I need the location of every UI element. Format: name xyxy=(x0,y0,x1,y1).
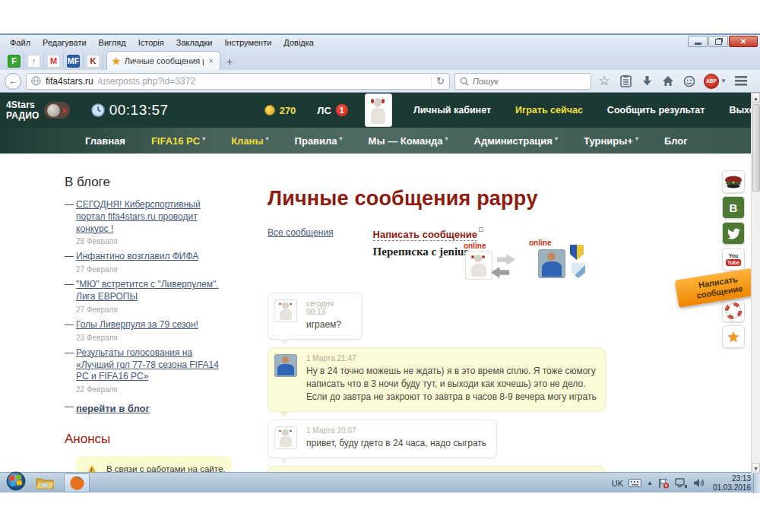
message-author-avatar[interactable] xyxy=(274,299,297,322)
start-button[interactable] xyxy=(6,471,26,494)
restore-button[interactable] xyxy=(708,36,728,47)
nav-item[interactable]: Правила▾ xyxy=(295,135,343,147)
clock-time: 00:13:57 xyxy=(109,102,169,119)
bookmarks-panel-icon[interactable] xyxy=(617,75,634,87)
search-box[interactable] xyxy=(454,73,591,90)
favorites-star-icon[interactable]: ★ xyxy=(722,325,745,348)
bookmark-star-icon[interactable]: ☆ xyxy=(596,73,613,89)
menu-item[interactable]: Історія xyxy=(133,37,169,48)
radio-label: 4Stars РАДИО xyxy=(6,100,40,121)
message-list: сегодня 00:13 играем? 1 Марта 21:47 Ну в… xyxy=(268,293,610,473)
pinned-tab[interactable]: F xyxy=(5,52,24,69)
vk-icon[interactable]: В xyxy=(722,196,745,219)
new-tab-button[interactable]: + xyxy=(220,55,240,70)
site-header: 4Stars РАДИО x 00:13:57 270 xyxy=(0,93,751,128)
youtube-icon[interactable]: You Tube xyxy=(722,248,745,271)
scrollbar-thumb[interactable] xyxy=(752,104,760,192)
keyboard-icon[interactable] xyxy=(629,479,641,487)
pm-label: ЛС xyxy=(317,105,331,116)
menu-item[interactable]: Довідка xyxy=(278,37,319,48)
minimize-button[interactable] xyxy=(688,36,708,47)
nav-item[interactable]: Главная▾ xyxy=(85,135,125,147)
blog-post-link[interactable]: Результаты голосования на «Лучший гол 77… xyxy=(76,347,228,383)
page-title: Личные сообщения pappy xyxy=(268,187,610,211)
star-glyph: ★ xyxy=(727,328,739,346)
blog-post-link[interactable]: Голы Ливерпуля за 79 сезон! xyxy=(76,319,228,331)
menu-item[interactable]: Закладки xyxy=(171,37,218,48)
hamburger-menu-icon[interactable] xyxy=(733,76,749,86)
twitter-icon[interactable] xyxy=(722,222,745,245)
all-messages-link[interactable]: Все сообщения xyxy=(268,227,334,238)
adblock-caret-icon: ▼ xyxy=(720,78,727,84)
private-messages[interactable]: ЛС 1 xyxy=(317,104,348,116)
blog-post-link[interactable]: "МЮ" встретится с "Ливерпулем". Лига ЕВР… xyxy=(76,279,228,303)
reload-icon[interactable]: ↻ xyxy=(431,75,445,87)
tab-close-icon[interactable]: × xyxy=(207,56,215,65)
pappy-avatar[interactable] xyxy=(465,251,492,280)
pinned-tab[interactable]: ↑ xyxy=(24,52,44,69)
radio-stop-icon[interactable]: x xyxy=(62,106,67,115)
user-avatar[interactable] xyxy=(365,93,392,127)
jenius-avatar[interactable] xyxy=(538,249,565,278)
write-message-link[interactable]: Написать сообщение xyxy=(373,229,477,241)
menu-item[interactable]: Редагувати xyxy=(37,37,92,48)
menu-item[interactable]: Інструменти xyxy=(219,37,277,48)
language-indicator[interactable]: UK xyxy=(612,479,623,488)
firefox-taskbar-icon[interactable] xyxy=(64,473,90,492)
nav-item[interactable]: FIFA16 PC▾ xyxy=(151,135,205,147)
menu-item[interactable]: Файл xyxy=(5,37,36,48)
nav-item[interactable]: Блог▾ xyxy=(664,135,688,147)
feedback-smiley-icon[interactable] xyxy=(681,75,698,87)
nav-item[interactable]: Кланы▾ xyxy=(231,135,268,147)
minimize-icon xyxy=(695,43,701,45)
scroll-down-icon[interactable]: ▼ xyxy=(752,463,760,473)
menu-item[interactable]: Вигляд xyxy=(93,37,131,48)
nav-item-label: Мы — Команда xyxy=(369,135,443,147)
header-link[interactable]: Сообщить результат xyxy=(607,105,705,116)
header-link[interactable]: Личный кабинет xyxy=(413,105,491,116)
message-text: играем? xyxy=(306,318,354,331)
network-icon[interactable] xyxy=(675,478,688,489)
coins-balance[interactable]: 270 xyxy=(264,105,296,116)
search-input[interactable] xyxy=(473,77,572,86)
pinned-tab[interactable]: K xyxy=(84,52,103,69)
goto-blog-link[interactable]: перейти в блог xyxy=(76,403,150,414)
message-bubble[interactable]: 1 Марта 21:47 Ну в 24 точно можешь не жд… xyxy=(268,347,606,412)
message-bubble[interactable]: сегодня 00:13 играем? xyxy=(268,293,363,340)
pinned-tab[interactable]: M xyxy=(44,52,64,69)
back-button[interactable]: ← xyxy=(5,73,21,90)
action-center-flag-icon[interactable] xyxy=(658,478,670,489)
club-crest-icon xyxy=(572,263,585,278)
show-desktop-button[interactable] xyxy=(753,473,760,493)
pinned-tab-favicon: MF xyxy=(67,55,80,68)
volume-icon[interactable] xyxy=(693,478,705,488)
radio-player[interactable]: x xyxy=(44,102,70,119)
search-icon xyxy=(460,77,469,86)
taskbar-clock[interactable]: 23:13 01.03.2016 xyxy=(713,474,751,492)
message-author-avatar[interactable] xyxy=(274,426,297,449)
blog-post-link[interactable]: Инфантино возглавил ФИФА xyxy=(76,251,228,263)
message-author-avatar[interactable] xyxy=(274,354,297,377)
lifebuoy-icon[interactable] xyxy=(722,299,745,322)
military-cap-icon[interactable] xyxy=(722,170,745,193)
close-button[interactable]: ✕ xyxy=(729,36,758,47)
nav-item[interactable]: Администрация▾ xyxy=(474,135,558,147)
header-link[interactable]: Играть сейчас xyxy=(515,105,583,116)
scroll-up-icon[interactable]: ▲ xyxy=(752,93,760,103)
explorer-taskbar-icon[interactable] xyxy=(32,473,58,492)
active-tab[interactable]: ★ Личные сообщения papp... × xyxy=(106,51,220,70)
nav-item[interactable]: Турниры+▾ xyxy=(584,135,638,147)
hidden-icons-arrow[interactable]: ▲ xyxy=(647,480,653,486)
pinned-tab[interactable]: MF xyxy=(64,52,84,69)
message-text: привет, буду гдето в 24 часа, надо сыгра… xyxy=(306,437,489,450)
url-bar[interactable]: fifa4stars.ru/userposts.php?id=3372 ↻ xyxy=(26,73,450,90)
browser-scrollbar[interactable]: ▲ ▼ xyxy=(751,93,760,473)
adblock-plus-icon[interactable]: ABP ▼ xyxy=(702,74,728,89)
youtube-you-label: You xyxy=(729,253,739,258)
nav-item[interactable]: Мы — Команда▾ xyxy=(369,135,448,147)
warning-box: В связи с работами на сайте, возможны не… xyxy=(76,456,232,473)
blog-post-link[interactable]: СЕГОДНЯ! Киберспортивный портал fifa4sta… xyxy=(76,199,228,235)
downloads-icon[interactable] xyxy=(638,75,655,87)
home-icon[interactable] xyxy=(660,75,676,87)
message-bubble[interactable]: 1 Марта 20:07 привет, буду гдето в 24 ча… xyxy=(268,420,497,458)
